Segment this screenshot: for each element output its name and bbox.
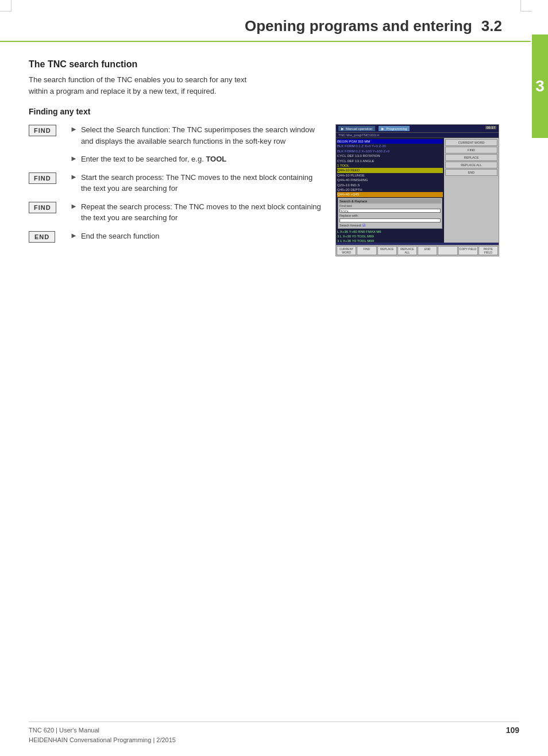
screenshot-topbar: ▶ Manual operation ▶ Programming 06:37 [336, 125, 499, 133]
screenshot-main: BEGIN PGM 333 MM BLK FORM 0.1 Z X+0 Y+0 … [336, 138, 499, 243]
page-footer: TNC 620 | User's Manual HEIDENHAIN Conve… [29, 722, 519, 745]
chapter-number: 3 [535, 77, 545, 95]
tab-manual-operation: ▶ Manual operation [338, 126, 375, 131]
section-number: 3.2 [481, 17, 502, 35]
two-column-layout: FIND ► Select the Search function: The T… [29, 124, 502, 256]
step-text-4: Repeat the search process: The TNC moves… [81, 201, 324, 224]
step-text-area: ► End the search function [70, 231, 324, 242]
step-text-area: ► Repeat the search process: The TNC mov… [70, 201, 324, 224]
main-content: The TNC search function The search funct… [0, 42, 531, 274]
code-line: CYCL DEF 13.1 ANGLE [337, 159, 443, 163]
find-key-3: FIND [29, 202, 56, 213]
code-line: Q44+40 +Q45 [337, 192, 443, 197]
page-number: 109 [506, 726, 519, 745]
softkey-panel: CURRENT WORD FIND REPLACE REPLACE ALL EN… [444, 138, 499, 243]
step-text-area: ► Select the Search function: The TNC su… [70, 124, 324, 147]
replace-label: Replace with: [339, 213, 441, 218]
step-button-area: FIND [29, 124, 70, 136]
replace-input [339, 218, 441, 222]
arrow-icon: ► [70, 154, 78, 163]
page-header: Opening programs and entering 3.2 [0, 0, 531, 42]
tnc-screenshot: ▶ Manual operation ▶ Programming 06:37 T… [335, 124, 499, 256]
step-button-area [29, 153, 70, 154]
find-key-2: FIND [29, 172, 56, 184]
softkey-bottom-replace[interactable]: REPLACE [377, 246, 397, 255]
steps-column: FIND ► Select the Search function: The T… [29, 124, 324, 256]
list-item: END ► End the search function [29, 231, 324, 243]
code-line: BLK FORM 0.2 X+100 Y+100 Z+0 [337, 149, 443, 153]
end-key: END [29, 231, 55, 243]
step-button-area: FIND [29, 201, 70, 213]
arrow-icon: ► [70, 202, 78, 210]
softkey-bottom-paste-field[interactable]: PASTE FIELD [478, 246, 498, 255]
step-text-area: ► Enter the text to be searched for, e.g… [70, 153, 324, 165]
list-item: FIND ► Start the search process: The TNC… [29, 172, 324, 194]
softkey-bottom-find[interactable]: FIND [357, 246, 376, 255]
softkey-replace-all[interactable]: REPLACE ALL [445, 162, 497, 168]
code-line: Q45+20 DEPTH [337, 187, 443, 192]
subsection-title: Finding any text [29, 107, 502, 116]
steps-list: FIND ► Select the Search function: The T… [29, 124, 324, 243]
softkey-find[interactable]: FIND [445, 147, 497, 153]
footer-line2: HEIDENHAIN Conversational Programming | … [29, 735, 176, 745]
softkey-bottom-copy-field[interactable]: COPY FIELD [458, 246, 478, 255]
list-item: ► Enter the text to be searched for, e.g… [29, 153, 324, 165]
find-input: TOOL [339, 209, 441, 213]
arrow-icon: ► [70, 125, 78, 133]
screenshot-column: ▶ Manual operation ▶ Programming 06:37 T… [335, 124, 502, 256]
footer-line1: TNC 620 | User's Manual [29, 726, 176, 735]
tab-programming-label: Programming [386, 127, 407, 131]
corner-decoration-right [520, 0, 532, 11]
search-forward-label: Search forward: ☑ [339, 223, 441, 228]
code-line: Q44+10 PLUNGE [337, 173, 443, 178]
code-line: BEGIN PGM 333 MM [337, 139, 443, 144]
step-text-3: Start the search process: The TNC moves … [81, 172, 324, 194]
code-line: 3 1 X+36 Y0 TOOL M99 [337, 239, 443, 243]
search-dialog-title: Search & Replace [339, 199, 441, 204]
code-line: Q44+40 FINISHING [337, 178, 443, 182]
code-line: CYCL DEF 13.0 ROTATION [337, 153, 443, 158]
step-text-area: ► Start the search process: The TNC move… [70, 172, 324, 194]
page-title: Opening programs and entering [245, 17, 472, 35]
softkey-bottom-empty [438, 246, 457, 255]
step-text-2: Enter the text to be searched for, e.g. … [81, 153, 226, 165]
code-line: Q44+10 FEED [337, 168, 443, 172]
softkey-current-word[interactable]: CURRENT WORD [445, 139, 497, 146]
step-button-area: END [29, 231, 70, 243]
list-item: FIND ► Repeat the search process: The TN… [29, 201, 324, 224]
tab-manual-label: Manual operation [346, 127, 372, 131]
code-line: L X+36 Y+60 RN0 FMAX M6 [337, 229, 443, 234]
corner-decoration [0, 0, 11, 11]
arrow-icon: ► [70, 172, 78, 181]
find-label: Find text: [339, 204, 441, 208]
code-line: 3 L X+36 Y0 TOOL M99 [337, 234, 443, 239]
section-intro: The search function of the TNC enables y… [29, 74, 502, 97]
section-title: The TNC search function [29, 59, 502, 70]
softkey-bottom-current-word[interactable]: CURRENT WORD [337, 246, 356, 255]
screenshot-time: 06:37 [485, 126, 496, 129]
code-line: Q23+13 IND.S [337, 183, 443, 187]
bottom-softkey-bar: CURRENT WORD FIND REPLACE REPLACE ALL EN… [336, 245, 499, 256]
softkey-bottom-replace-all[interactable]: REPLACE ALL [398, 246, 417, 255]
chapter-tab: 3 [532, 34, 548, 138]
arrow-icon: ► [70, 231, 78, 240]
code-line: BLK FORM 0.1 Z X+0 Y+0 Z-20 [337, 144, 443, 148]
list-item: FIND ► Select the Search function: The T… [29, 124, 324, 147]
code-editor: BEGIN PGM 333 MM BLK FORM 0.1 Z X+0 Y+0 … [336, 138, 444, 243]
step-button-area: FIND [29, 172, 70, 184]
search-dialog: Search & Replace Find text: TOOL Replace… [338, 198, 442, 229]
screenshot-filepath: TNC:\the_prog\TNC\333.H [336, 133, 499, 138]
find-key-1: FIND [29, 125, 56, 136]
softkey-end[interactable]: END [445, 169, 497, 176]
step-text-5: End the search function [81, 231, 160, 242]
footer-left: TNC 620 | User's Manual HEIDENHAIN Conve… [29, 726, 176, 745]
softkey-replace[interactable]: REPLACE [445, 154, 497, 161]
tab-programming: ▶ Programming [379, 126, 410, 131]
code-line: 1 TOOL [337, 163, 443, 168]
softkey-bottom-end[interactable]: END [418, 246, 437, 255]
step-text-1: Select the Search function: The TNC supe… [81, 124, 324, 147]
